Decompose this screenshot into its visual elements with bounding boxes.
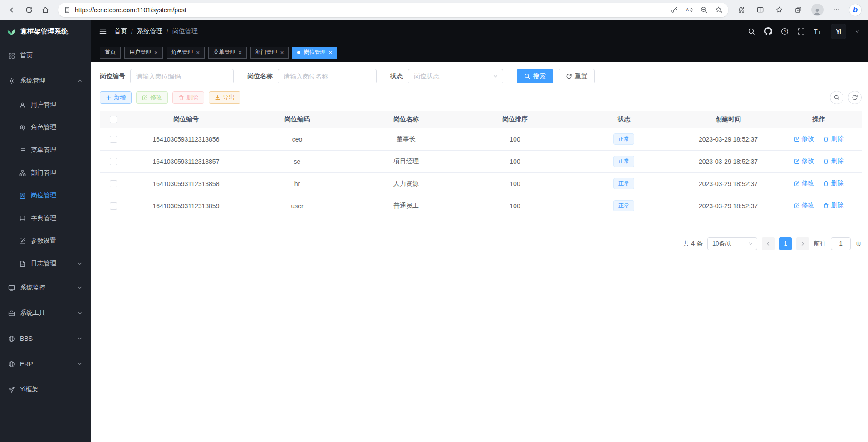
status-label: 状态	[390, 72, 403, 80]
font-size-icon[interactable]: TT	[814, 28, 822, 35]
caret-down-icon[interactable]	[855, 29, 860, 34]
cell-post-sort: 100	[463, 128, 567, 150]
browser-menu-ellipsis-icon[interactable]	[828, 2, 844, 18]
github-icon[interactable]	[764, 27, 772, 35]
help-icon[interactable]: ?	[781, 28, 789, 35]
copilot-bing-icon[interactable]: b	[847, 2, 863, 18]
header-search-icon[interactable]	[748, 28, 755, 35]
edit-button[interactable]: 修改	[136, 91, 168, 104]
cell-created: 2023-03-29 18:52:37	[681, 195, 776, 217]
sidebar-item-dict-mgmt[interactable]: 字典管理	[0, 207, 91, 230]
sidebar-item-system[interactable]: 系统管理	[0, 68, 91, 93]
site-info-icon[interactable]	[64, 6, 71, 14]
table-row[interactable]: 1641030593112313859 user 普通员工 100 正常 202…	[100, 195, 862, 217]
row-delete-link[interactable]: 删除	[823, 135, 843, 143]
status-select[interactable]: 岗位状态	[408, 69, 503, 83]
close-icon[interactable]: ×	[196, 49, 200, 55]
tag-post-mgmt[interactable]: 岗位管理 ×	[292, 47, 337, 59]
add-favorite-star-icon[interactable]	[715, 6, 723, 14]
table-row[interactable]: 1641030593112313857 se 项目经理 100 正常 2023-…	[100, 150, 862, 172]
read-aloud-icon[interactable]: A	[685, 6, 693, 14]
search-button[interactable]: 搜索	[517, 69, 553, 83]
edit-icon	[794, 203, 800, 209]
leaf-logo-icon	[7, 27, 16, 36]
status-badge: 正常	[613, 133, 634, 145]
post-code-label: 岗位编号	[100, 72, 125, 80]
sidebar-item-menu-mgmt[interactable]: 菜单管理	[0, 139, 91, 162]
close-icon[interactable]: ×	[329, 49, 332, 55]
close-icon[interactable]: ×	[238, 49, 242, 55]
tag-menu-mgmt[interactable]: 菜单管理 ×	[208, 47, 247, 59]
breadcrumb-separator: /	[167, 28, 168, 35]
sidebar-item-dept-mgmt[interactable]: 部门管理	[0, 162, 91, 184]
row-edit-link[interactable]: 修改	[794, 201, 814, 210]
sidebar-item-bbs[interactable]: BBS	[0, 326, 91, 351]
row-delete-link[interactable]: 删除	[823, 179, 843, 187]
cell-post-code: user	[245, 195, 349, 217]
tag-user-mgmt[interactable]: 用户管理 ×	[124, 47, 163, 59]
split-screen-icon[interactable]	[752, 2, 768, 18]
row-delete-link[interactable]: 删除	[823, 201, 843, 210]
row-checkbox[interactable]	[110, 202, 117, 210]
prev-page-button[interactable]	[762, 237, 775, 250]
collections-icon[interactable]	[790, 2, 806, 18]
row-checkbox[interactable]	[110, 180, 117, 187]
row-delete-link[interactable]: 删除	[823, 157, 843, 165]
fullscreen-icon[interactable]	[797, 28, 805, 35]
close-icon[interactable]: ×	[280, 49, 284, 55]
sidebar-item-role-mgmt[interactable]: 角色管理	[0, 116, 91, 139]
table-row[interactable]: 1641030593112313856 ceo 董事长 100 正常 2023-…	[100, 128, 862, 150]
tag-role-mgmt[interactable]: 角色管理 ×	[167, 47, 205, 59]
delete-button[interactable]: 删除	[172, 91, 204, 104]
sidebar-item-home[interactable]: 首页	[0, 43, 91, 68]
add-button[interactable]: 新增	[100, 91, 132, 104]
row-edit-link[interactable]: 修改	[794, 179, 814, 187]
row-checkbox[interactable]	[110, 136, 117, 143]
app-logo[interactable]: 意框架管理系统	[0, 20, 91, 43]
tag-label: 用户管理	[129, 49, 151, 56]
row-edit-link[interactable]: 修改	[794, 157, 814, 165]
browser-refresh-button[interactable]	[21, 2, 37, 18]
sidebar-collapse-icon[interactable]	[99, 27, 107, 35]
table-row[interactable]: 1641030593112313858 hr 人力资源 100 正常 2023-…	[100, 172, 862, 195]
page-number-button[interactable]: 1	[779, 237, 792, 250]
sidebar-item-yi-framework[interactable]: Yi框架	[0, 377, 91, 402]
sidebar-item-tools[interactable]: 系统工具	[0, 300, 91, 326]
sidebar-item-erp[interactable]: ERP	[0, 351, 91, 377]
select-all-checkbox[interactable]	[110, 116, 117, 123]
tag-dept-mgmt[interactable]: 部门管理 ×	[250, 47, 289, 59]
goto-page-input[interactable]	[831, 237, 851, 250]
post-code-input[interactable]	[130, 69, 234, 83]
profile-avatar[interactable]	[809, 2, 825, 18]
export-button[interactable]: 导出	[209, 91, 240, 104]
tag-home[interactable]: 首页	[100, 47, 121, 59]
password-key-icon[interactable]	[670, 6, 678, 14]
user-avatar[interactable]: Yi	[831, 24, 846, 39]
address-bar[interactable]: https://ccnetcore.com:1101/system/post A	[58, 3, 728, 17]
sidebar-item-label: 部门管理	[31, 169, 56, 177]
reset-button[interactable]: 重置	[559, 69, 595, 83]
favorites-icon[interactable]	[771, 2, 787, 18]
row-edit-link[interactable]: 修改	[794, 135, 814, 143]
sidebar-item-monitor[interactable]: 系统监控	[0, 275, 91, 300]
browser-back-button[interactable]	[5, 2, 21, 18]
list-icon	[19, 147, 26, 154]
post-name-input[interactable]	[278, 69, 377, 83]
next-page-button[interactable]	[796, 237, 809, 250]
row-checkbox[interactable]	[110, 158, 117, 165]
close-icon[interactable]: ×	[154, 49, 158, 55]
toggle-search-button[interactable]	[830, 91, 843, 104]
breadcrumb-home[interactable]: 首页	[114, 27, 127, 35]
page-size-select[interactable]: 10条/页	[707, 237, 757, 250]
table-header-row: 岗位编号 岗位编码 岗位名称 岗位排序 状态 创建时间 操作	[100, 111, 862, 128]
zoom-out-icon[interactable]	[700, 6, 708, 14]
sidebar-item-log-mgmt[interactable]: 日志管理	[0, 252, 91, 275]
sidebar-item-param-settings[interactable]: 参数设置	[0, 230, 91, 252]
extensions-icon[interactable]	[733, 2, 749, 18]
breadcrumb-system[interactable]: 系统管理	[137, 27, 162, 35]
browser-home-button[interactable]	[37, 2, 54, 18]
sidebar-item-post-mgmt[interactable]: 岗位管理	[0, 184, 91, 207]
globe-icon	[8, 335, 15, 342]
sidebar-item-user-mgmt[interactable]: 用户管理	[0, 93, 91, 116]
refresh-table-button[interactable]	[848, 91, 862, 104]
